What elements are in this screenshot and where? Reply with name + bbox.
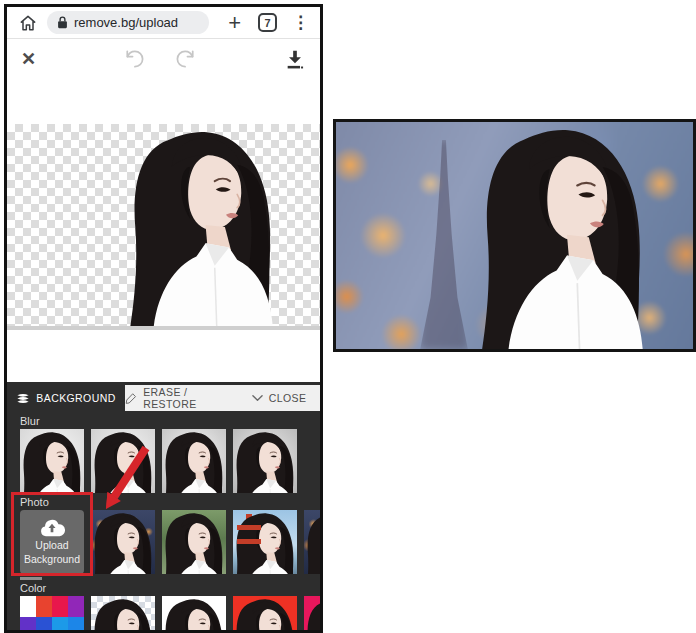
history-controls — [36, 47, 284, 70]
color-section-label: Color — [20, 582, 320, 594]
home-icon[interactable] — [18, 13, 38, 33]
undo-icon[interactable] — [122, 47, 145, 70]
palette-swatch — [36, 617, 52, 633]
portrait-thumbnail — [304, 510, 320, 574]
photo-option-bokeh-2[interactable] — [304, 510, 320, 574]
portrait-thumbnail — [162, 510, 226, 574]
blur-options-row — [7, 429, 320, 493]
editor-toolbar: ✕ — [7, 39, 320, 78]
result-image — [333, 119, 696, 352]
blur-option-2[interactable] — [91, 429, 155, 493]
tab-background[interactable]: BACKGROUND — [7, 385, 125, 411]
portrait-thumbnail — [233, 596, 297, 633]
background-tool-panel: BACKGROUND ERASE / RESTORE CLOSE Blur — [7, 382, 320, 630]
photo-option-forest-road[interactable] — [162, 510, 226, 574]
browser-menu-button[interactable]: ⋮ — [292, 12, 309, 33]
close-editor-button[interactable]: ✕ — [21, 50, 36, 68]
portrait-thumbnail — [233, 510, 297, 574]
portrait-thumbnail — [162, 429, 226, 493]
color-option-red[interactable] — [233, 596, 297, 633]
url-text: remove.bg/upload — [74, 15, 178, 30]
color-palette-option[interactable] — [20, 596, 84, 633]
download-icon[interactable] — [284, 48, 306, 70]
tab-erase-label: ERASE / RESTORE — [143, 386, 238, 410]
portrait-thumbnail — [233, 429, 297, 493]
panel-tab-row: BACKGROUND ERASE / RESTORE CLOSE — [7, 385, 320, 411]
lock-icon — [57, 16, 68, 29]
palette-swatch — [36, 596, 52, 617]
phone-screenshot: remove.bg/upload + 7 ⋮ ✕ — [4, 4, 323, 633]
tab-counter-button[interactable]: 7 — [258, 13, 277, 32]
portrait-thumbnail — [91, 596, 155, 633]
page: remove.bg/upload + 7 ⋮ ✕ — [0, 0, 696, 633]
tab-close-label: CLOSE — [269, 392, 307, 404]
palette-swatch — [20, 617, 36, 633]
portrait-thumbnail — [304, 596, 320, 633]
tab-background-label: BACKGROUND — [36, 392, 115, 404]
blur-option-3[interactable] — [162, 429, 226, 493]
color-palette-grid — [20, 596, 84, 633]
url-bar[interactable]: remove.bg/upload — [47, 11, 209, 34]
pencil-icon — [125, 392, 137, 405]
portrait-thumbnail — [20, 429, 84, 493]
photo-section-label: Photo — [20, 496, 320, 508]
color-options-row — [7, 596, 320, 633]
upload-label-line2: Background — [24, 553, 80, 566]
blur-option-1[interactable] — [20, 429, 84, 493]
photo-row-scrollbar[interactable] — [20, 577, 42, 580]
photo-options-row: Upload Background — [7, 510, 320, 574]
palette-swatch — [52, 617, 68, 633]
portrait-thumbnail — [91, 429, 155, 493]
result-subject-portrait — [441, 121, 686, 351]
color-option-pink[interactable] — [304, 596, 320, 633]
photo-option-golden-gate[interactable] — [233, 510, 297, 574]
canvas-margin-top — [7, 78, 320, 124]
subject-portrait — [85, 124, 320, 328]
palette-swatch — [68, 596, 84, 617]
portrait-thumbnail — [162, 596, 226, 633]
chevron-down-icon — [252, 394, 263, 402]
color-option-transparent[interactable] — [91, 596, 155, 633]
canvas-margin-bottom — [7, 330, 320, 382]
portrait-thumbnail — [91, 510, 155, 574]
upload-label-line1: Upload — [35, 539, 68, 552]
redo-icon[interactable] — [175, 47, 198, 70]
photo-option-paris-bokeh[interactable] — [91, 510, 155, 574]
palette-swatch — [52, 596, 68, 617]
tab-erase-restore[interactable]: ERASE / RESTORE — [125, 385, 238, 411]
upload-background-button[interactable]: Upload Background — [20, 510, 84, 574]
palette-swatch — [68, 617, 84, 633]
browser-bar: remove.bg/upload + 7 ⋮ — [7, 7, 320, 39]
layers-icon — [16, 392, 30, 405]
tab-close[interactable]: CLOSE — [238, 385, 320, 411]
blur-section-label: Blur — [20, 415, 320, 427]
new-tab-button[interactable]: + — [228, 13, 241, 33]
color-option-white[interactable] — [162, 596, 226, 633]
palette-swatch — [20, 596, 36, 617]
blur-option-4[interactable] — [233, 429, 297, 493]
transparent-canvas[interactable] — [7, 124, 320, 330]
cloud-upload-icon — [39, 518, 65, 538]
